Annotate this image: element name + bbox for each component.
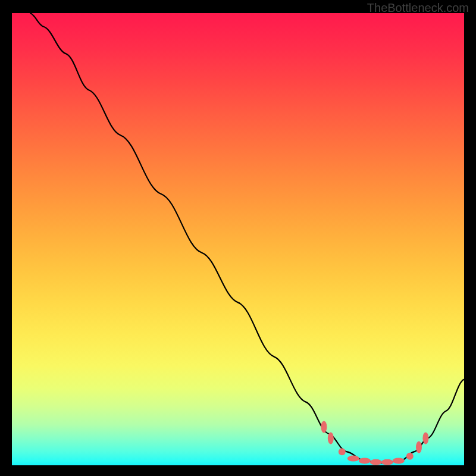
curve-marker — [347, 456, 359, 462]
curve-marker — [406, 453, 414, 460]
chart-overlay — [12, 13, 464, 465]
curve-marker — [339, 448, 346, 455]
curve-marker — [328, 432, 334, 444]
curve-marker — [370, 459, 382, 465]
curve-marker — [422, 432, 428, 444]
curve-marker — [321, 421, 327, 433]
watermark-text: TheBottleneck.com — [367, 1, 469, 15]
curve-marker — [393, 458, 405, 464]
bottleneck-curve — [30, 13, 464, 463]
curve-marker — [416, 441, 422, 453]
curve-marker — [381, 459, 393, 465]
plot-area — [12, 13, 464, 465]
curve-marker — [359, 458, 371, 464]
